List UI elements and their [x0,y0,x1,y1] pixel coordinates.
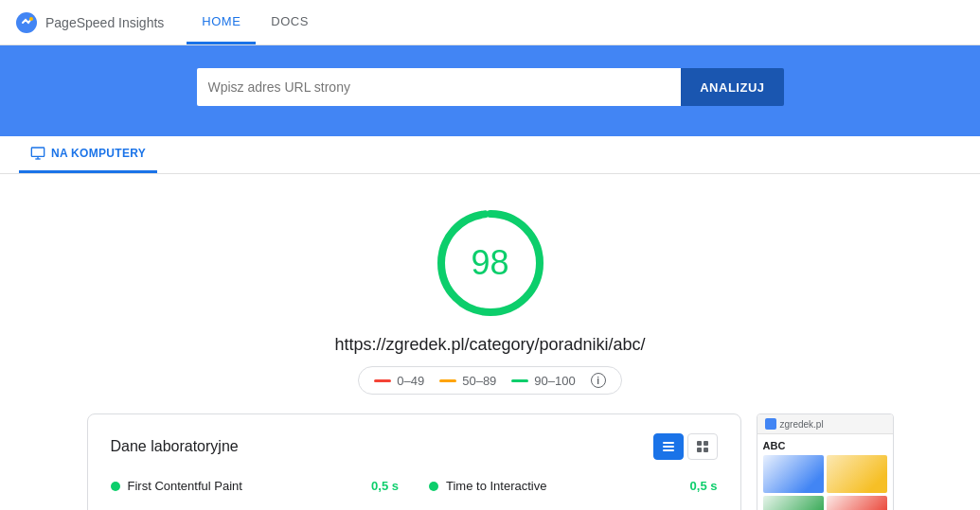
metric-tti: Time to Interactive 0,5 s [429,479,718,493]
svg-rect-13 [704,448,708,452]
toggle-list-button[interactable] [653,433,684,460]
monitor-icon [30,146,45,161]
thumbnail-body: ABC Od Czego Zacząć, Jak Ogarną Poradnik… [757,434,893,510]
svg-rect-2 [31,148,44,156]
svg-point-1 [29,17,33,21]
score-legend: 0–49 50–89 90–100 i [358,366,621,395]
toggle-grid-button[interactable] [687,433,718,460]
legend-green-label: 90–100 [534,374,575,388]
thumbnail-page-title: ABC [763,440,887,451]
thumbnail-site-label: zgredek.pl [780,419,824,430]
score-value: 98 [471,243,508,283]
svg-point-0 [16,12,37,33]
search-banner: https://zgredek.pl/category/poradniki/ab… [0,45,980,136]
app-header: PageSpeed Insights HOME DOCS [0,0,980,45]
logo-area: PageSpeed Insights [15,11,164,34]
metrics-grid: First Contentful Paint 0,5 s Time to Int… [111,479,718,510]
legend-green: 90–100 [511,374,575,388]
legend-green-dash [511,379,528,382]
analyzed-url: https://zgredek.pl/category/poradniki/ab… [334,335,645,355]
score-ring: 98 [434,206,547,320]
nav-docs[interactable]: DOCS [256,0,324,44]
nav-home[interactable]: HOME [187,0,256,44]
device-tab-strip: NA KOMPUTERY [0,136,980,174]
metric-fcp-label: First Contentful Paint [128,479,365,493]
data-section: Dane laboratoryjne [64,413,917,510]
view-toggle [653,433,718,460]
legend-info-label: i [597,376,599,386]
svg-rect-9 [663,449,674,451]
svg-rect-7 [663,442,674,444]
legend-orange-label: 50–89 [462,374,496,388]
score-section: 98 https://zgredek.pl/category/poradniki… [0,197,980,413]
svg-rect-8 [663,446,674,448]
legend-orange: 50–89 [439,374,496,388]
legend-red-label: 0–49 [397,374,424,388]
analyze-button[interactable]: ANALIZUJ [681,68,783,106]
thumbnail-img-2 [827,455,887,493]
app-title: PageSpeed Insights [45,15,164,30]
lab-data-card: Dane laboratoryjne [87,413,741,510]
legend-red: 0–49 [374,374,424,388]
url-input[interactable]: https://zgredek.pl/category/poradniki/ab… [197,68,682,106]
thumbnail-img-4 [827,496,887,510]
main-nav: HOME DOCS [187,0,324,44]
thumbnail-img-1 [763,455,824,493]
legend-orange-dash [439,379,456,382]
thumbnail-favicon [765,418,776,430]
svg-rect-11 [704,441,708,446]
svg-rect-12 [697,448,702,452]
svg-rect-10 [697,441,702,446]
url-search-bar: https://zgredek.pl/category/poradniki/ab… [197,68,784,106]
pagespeed-icon [15,11,38,34]
lab-data-header: Dane laboratoryjne [111,433,718,460]
thumbnail-images [763,455,887,510]
tab-desktop-label: NA KOMPUTERY [51,147,146,160]
list-view-icon [662,440,675,453]
lab-data-title: Dane laboratoryjne [111,438,239,455]
metric-tti-dot [429,482,438,491]
metric-fcp: First Contentful Paint 0,5 s [111,479,400,493]
metric-tti-label: Time to Interactive [446,479,683,493]
main-content: 98 https://zgredek.pl/category/poradniki… [0,174,980,510]
legend-red-dash [374,379,391,382]
metric-tti-value: 0,5 s [690,479,718,493]
grid-view-icon [696,440,709,453]
metric-fcp-value: 0,5 s [371,479,399,493]
thumbnail-header: zgredek.pl [757,414,893,434]
thumbnail-img-3 [763,496,824,510]
tab-desktop[interactable]: NA KOMPUTERY [19,136,157,173]
legend-info-button[interactable]: i [591,373,606,388]
metric-fcp-dot [111,482,120,491]
page-thumbnail: zgredek.pl ABC Od Czego Zacząć, Jak Ogar… [757,413,894,510]
